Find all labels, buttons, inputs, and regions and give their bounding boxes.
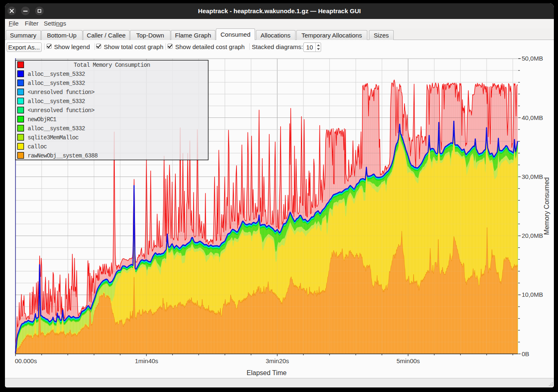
svg-text:alloc__system_5332: alloc__system_5332 [28,98,85,105]
svg-text:40,0MB: 40,0MB [522,114,543,121]
svg-text:alloc__system_5332: alloc__system_5332 [28,125,85,132]
svg-text:50,0MB: 50,0MB [522,55,543,62]
svg-text:1min40s: 1min40s [135,357,158,364]
svg-text:Memory Consumed: Memory Consumed [543,177,550,235]
svg-text:30,0MB: 30,0MB [522,173,543,180]
svg-text:alloc__system_5332: alloc__system_5332 [28,71,85,77]
svg-text:20,0MB: 20,0MB [522,232,543,239]
svg-text:3min20s: 3min20s [266,357,289,364]
svg-text:0B: 0B [522,350,529,357]
svg-text:alloc__system_5332: alloc__system_5332 [28,80,85,87]
svg-text:10,0MB: 10,0MB [522,291,543,298]
svg-text:newObjRC1: newObjRC1 [28,116,57,123]
svg-text:sqlite3MemMalloc: sqlite3MemMalloc [28,134,79,141]
svg-text:Elapsed Time: Elapsed Time [247,369,287,376]
svg-text:<unresolved function>: <unresolved function> [28,107,95,114]
svg-text:5min00s: 5min00s [397,357,420,364]
svg-text:00.000s: 00.000s [15,357,37,364]
svg-text:rawNewObj__system_6388: rawNewObj__system_6388 [28,153,98,159]
svg-text:<unresolved function>: <unresolved function> [28,89,95,96]
svg-text:Total Memory Consumption: Total Memory Consumption [74,62,150,68]
svg-text:calloc: calloc [28,143,47,150]
